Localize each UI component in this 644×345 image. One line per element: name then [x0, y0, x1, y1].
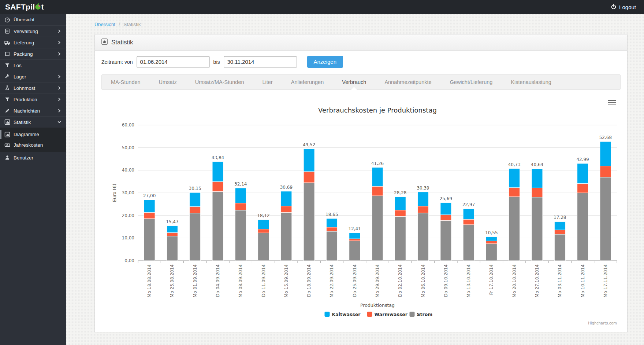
- bar-segment-kaltwasser: [395, 197, 406, 210]
- bar-total-label: 28,28: [394, 190, 406, 195]
- tab-umsatz-ma-stunden[interactable]: Umsatz/MA-Stunden: [186, 75, 253, 89]
- x-category-label: Do 09.10.2014: [443, 264, 448, 297]
- bar-total-label: 49,52: [303, 142, 315, 147]
- topbar: SAFTpil t Logout: [0, 0, 644, 14]
- bar-segment-strom: [600, 177, 611, 261]
- filter-icon: [4, 62, 10, 68]
- y-tick-label: 10,00: [122, 235, 134, 241]
- sidebar-item-lager[interactable]: Lager: [0, 71, 66, 82]
- y-tick-label: 20,00: [122, 213, 134, 218]
- bar-total-label: 18,12: [257, 213, 269, 218]
- pencil-icon: [4, 108, 10, 114]
- bar-total-label: 32,14: [234, 181, 247, 187]
- date-to-input[interactable]: [224, 56, 297, 68]
- bar-segment-warmwasser: [463, 219, 474, 225]
- zeitraum-von-label: Zeitraum: von: [101, 59, 133, 65]
- book-icon: [4, 28, 10, 34]
- bar-total-label: 18,65: [325, 212, 338, 217]
- chart-icon: [4, 119, 10, 125]
- bar-segment-kaltwasser: [349, 233, 360, 239]
- sidebar-item-statistik[interactable]: Statistik: [0, 116, 66, 128]
- panel-header: Statistik: [95, 34, 627, 51]
- bar-total-label: 17,28: [554, 215, 566, 220]
- bar-total-label: 12,41: [349, 226, 361, 231]
- bar-total-label: 30,15: [189, 186, 201, 191]
- chart-context-menu-button[interactable]: [608, 99, 616, 106]
- sidebar-item-lieferung[interactable]: Lieferung: [0, 37, 66, 48]
- bar-segment-warmwasser: [235, 203, 246, 210]
- bar-segment-strom: [532, 197, 543, 261]
- sidebar-item-produktion[interactable]: Produktion: [0, 93, 66, 105]
- chevron-right-icon: [57, 74, 62, 79]
- x-category-label: Mo 01.09.2014: [193, 264, 198, 297]
- tab-label: MA-Stunden: [111, 79, 141, 85]
- anzeigen-button[interactable]: Anzeigen: [307, 56, 343, 68]
- y-tick-label: 50,00: [122, 145, 134, 150]
- bar-segment-kaltwasser: [144, 200, 155, 213]
- y-tick-label: 40,00: [122, 168, 134, 173]
- bar-segment-warmwasser: [532, 188, 543, 197]
- chevron-right-icon: [57, 86, 62, 90]
- breadcrumb-link-uebersicht[interactable]: Übersicht: [94, 22, 115, 27]
- legend-swatch: [325, 312, 330, 317]
- bar-segment-strom: [235, 210, 246, 261]
- date-from-input[interactable]: [137, 56, 210, 68]
- tab-liter[interactable]: Liter: [253, 75, 282, 89]
- active-tab-indicator: [351, 87, 357, 90]
- sidebar-item-benutzer[interactable]: Benutzer: [0, 152, 66, 163]
- tab-kistenauslastung[interactable]: Kistenauslastung: [502, 75, 560, 89]
- bar-segment-kaltwasser: [440, 203, 451, 215]
- tab-label: Anlieferungen: [291, 79, 324, 85]
- x-category-label: Mo 03.11.2014: [557, 264, 562, 297]
- sidebar-item-lohnmost[interactable]: Lohnmost: [0, 82, 66, 93]
- tab-anlieferungen[interactable]: Anlieferungen: [282, 75, 333, 89]
- legend-label: Kaltwasser: [332, 312, 361, 317]
- sidebar-item-label: Lieferung: [14, 40, 34, 45]
- x-category-label: Do 04.09.2014: [215, 264, 220, 297]
- sidebar-item-verwaltung[interactable]: Verwaltung: [0, 25, 66, 37]
- sidebar-subitem-diagramme[interactable]: Diagramme: [0, 129, 66, 140]
- chart-tabs: MA-StundenUmsatzUmsatz/MA-StundenLiterAn…: [101, 74, 621, 90]
- sidebar-item-label: Lager: [14, 74, 26, 80]
- box-icon: [4, 51, 10, 57]
- tab-annahmezeitpunkte[interactable]: Annahmezeitpunkte: [375, 75, 440, 89]
- power-icon: [611, 4, 617, 11]
- bar-total-label: 42,99: [576, 157, 589, 162]
- sidebar-item-label: Übersicht: [14, 17, 34, 22]
- tab-label: Liter: [263, 79, 273, 85]
- sidebar-subitem-jahreskosten[interactable]: Jahreskosten: [0, 140, 66, 150]
- stacked-column-chart: Verbrauchskosten je Produktionstag0,0010…: [101, 92, 621, 327]
- legend-label: Strom: [417, 312, 433, 317]
- y-tick-label: 30,00: [122, 190, 134, 195]
- x-category-label: Do 18.09.2014: [306, 264, 312, 297]
- legend-item-kaltwasser[interactable]: Kaltwasser: [325, 312, 361, 317]
- tab-gewicht-lieferung[interactable]: Gewicht/Lieferung: [441, 75, 502, 89]
- legend-item-strom[interactable]: Strom: [410, 312, 433, 317]
- tab-ma-stunden[interactable]: MA-Stunden: [102, 75, 150, 89]
- sidebar-submenu: DiagrammeJahreskosten: [0, 128, 66, 152]
- sidebar-item--bersicht[interactable]: Übersicht: [0, 14, 66, 25]
- bar-segment-warmwasser: [326, 227, 337, 231]
- breadcrumb: Übersicht / Statistik: [66, 14, 644, 27]
- user-icon: [4, 155, 10, 161]
- sidebar-item-packung[interactable]: Packung: [0, 48, 66, 59]
- legend-item-warmwasser[interactable]: Warmwasser: [367, 312, 408, 317]
- sidebar-item-label: Statistik: [14, 120, 31, 125]
- bar-total-label: 15,47: [166, 219, 178, 224]
- y-tick-label: 60,00: [122, 122, 134, 128]
- bar-segment-kaltwasser: [281, 191, 292, 206]
- logout-button[interactable]: Logout: [603, 0, 644, 14]
- bar-segment-strom: [577, 193, 588, 261]
- chevron-down-icon: [57, 120, 62, 124]
- bar-segment-strom: [167, 236, 178, 261]
- x-category-label: Mo 15.09.2014: [284, 264, 289, 297]
- legend-label: Warmwasser: [375, 312, 408, 317]
- sidebar-item-los[interactable]: Los: [0, 59, 66, 71]
- y-axis-title: Euro (€): [112, 184, 117, 202]
- bar-segment-warmwasser: [486, 241, 497, 243]
- sidebar-item-nachrichten[interactable]: Nachrichten: [0, 105, 66, 116]
- bis-label: bis: [213, 59, 220, 65]
- tab-umsatz[interactable]: Umsatz: [150, 75, 186, 89]
- legend-swatch: [367, 312, 372, 317]
- tab-verbrauch[interactable]: Verbrauch: [333, 75, 375, 89]
